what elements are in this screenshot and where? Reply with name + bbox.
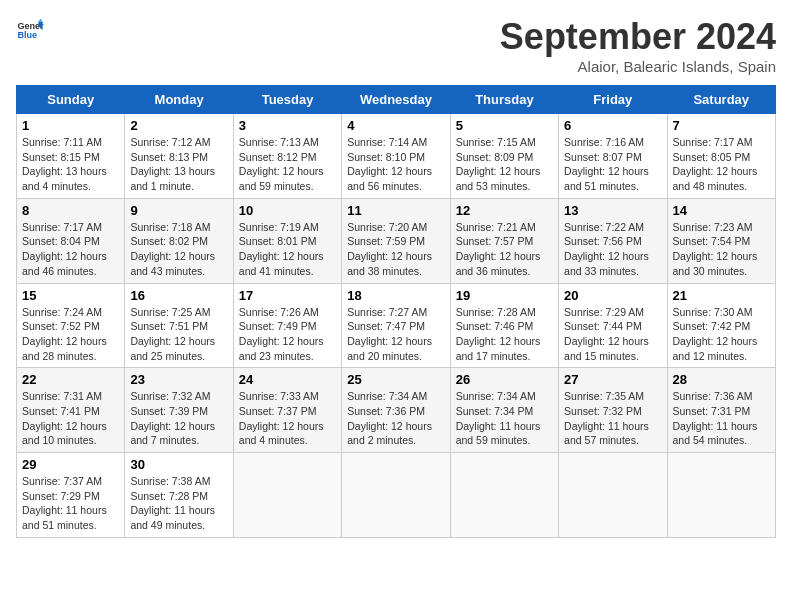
calendar-cell: 24Sunrise: 7:33 AMSunset: 7:37 PMDayligh… bbox=[233, 368, 341, 453]
day-info: Sunrise: 7:27 AMSunset: 7:47 PMDaylight:… bbox=[347, 305, 444, 364]
day-info: Sunrise: 7:16 AMSunset: 8:07 PMDaylight:… bbox=[564, 135, 661, 194]
day-number: 29 bbox=[22, 457, 119, 472]
calendar-cell: 16Sunrise: 7:25 AMSunset: 7:51 PMDayligh… bbox=[125, 283, 233, 368]
day-number: 17 bbox=[239, 288, 336, 303]
logo: General Blue bbox=[16, 16, 44, 44]
calendar-cell: 17Sunrise: 7:26 AMSunset: 7:49 PMDayligh… bbox=[233, 283, 341, 368]
month-title: September 2024 bbox=[500, 16, 776, 58]
day-info: Sunrise: 7:14 AMSunset: 8:10 PMDaylight:… bbox=[347, 135, 444, 194]
calendar-cell bbox=[450, 453, 558, 538]
day-info: Sunrise: 7:30 AMSunset: 7:42 PMDaylight:… bbox=[673, 305, 770, 364]
day-number: 23 bbox=[130, 372, 227, 387]
calendar-cell: 3Sunrise: 7:13 AMSunset: 8:12 PMDaylight… bbox=[233, 114, 341, 199]
calendar-week-4: 22Sunrise: 7:31 AMSunset: 7:41 PMDayligh… bbox=[17, 368, 776, 453]
calendar-cell bbox=[342, 453, 450, 538]
weekday-header-wednesday: Wednesday bbox=[342, 86, 450, 114]
day-number: 9 bbox=[130, 203, 227, 218]
day-info: Sunrise: 7:31 AMSunset: 7:41 PMDaylight:… bbox=[22, 389, 119, 448]
day-number: 1 bbox=[22, 118, 119, 133]
calendar-cell bbox=[559, 453, 667, 538]
calendar-cell: 14Sunrise: 7:23 AMSunset: 7:54 PMDayligh… bbox=[667, 198, 775, 283]
calendar-cell: 8Sunrise: 7:17 AMSunset: 8:04 PMDaylight… bbox=[17, 198, 125, 283]
calendar-cell: 15Sunrise: 7:24 AMSunset: 7:52 PMDayligh… bbox=[17, 283, 125, 368]
calendar-cell: 13Sunrise: 7:22 AMSunset: 7:56 PMDayligh… bbox=[559, 198, 667, 283]
day-number: 21 bbox=[673, 288, 770, 303]
day-info: Sunrise: 7:25 AMSunset: 7:51 PMDaylight:… bbox=[130, 305, 227, 364]
calendar-cell: 29Sunrise: 7:37 AMSunset: 7:29 PMDayligh… bbox=[17, 453, 125, 538]
day-info: Sunrise: 7:20 AMSunset: 7:59 PMDaylight:… bbox=[347, 220, 444, 279]
day-info: Sunrise: 7:35 AMSunset: 7:32 PMDaylight:… bbox=[564, 389, 661, 448]
weekday-header-tuesday: Tuesday bbox=[233, 86, 341, 114]
calendar-cell: 21Sunrise: 7:30 AMSunset: 7:42 PMDayligh… bbox=[667, 283, 775, 368]
calendar-cell: 18Sunrise: 7:27 AMSunset: 7:47 PMDayligh… bbox=[342, 283, 450, 368]
svg-text:Blue: Blue bbox=[17, 30, 37, 40]
calendar-cell bbox=[667, 453, 775, 538]
day-info: Sunrise: 7:22 AMSunset: 7:56 PMDaylight:… bbox=[564, 220, 661, 279]
calendar-cell: 30Sunrise: 7:38 AMSunset: 7:28 PMDayligh… bbox=[125, 453, 233, 538]
day-number: 14 bbox=[673, 203, 770, 218]
day-info: Sunrise: 7:19 AMSunset: 8:01 PMDaylight:… bbox=[239, 220, 336, 279]
calendar-week-3: 15Sunrise: 7:24 AMSunset: 7:52 PMDayligh… bbox=[17, 283, 776, 368]
day-number: 19 bbox=[456, 288, 553, 303]
day-info: Sunrise: 7:17 AMSunset: 8:04 PMDaylight:… bbox=[22, 220, 119, 279]
day-info: Sunrise: 7:21 AMSunset: 7:57 PMDaylight:… bbox=[456, 220, 553, 279]
day-info: Sunrise: 7:11 AMSunset: 8:15 PMDaylight:… bbox=[22, 135, 119, 194]
calendar-cell bbox=[233, 453, 341, 538]
day-info: Sunrise: 7:36 AMSunset: 7:31 PMDaylight:… bbox=[673, 389, 770, 448]
day-number: 26 bbox=[456, 372, 553, 387]
day-number: 4 bbox=[347, 118, 444, 133]
day-number: 27 bbox=[564, 372, 661, 387]
weekday-header-monday: Monday bbox=[125, 86, 233, 114]
calendar-cell: 19Sunrise: 7:28 AMSunset: 7:46 PMDayligh… bbox=[450, 283, 558, 368]
day-number: 22 bbox=[22, 372, 119, 387]
day-number: 15 bbox=[22, 288, 119, 303]
day-number: 12 bbox=[456, 203, 553, 218]
day-number: 16 bbox=[130, 288, 227, 303]
calendar-week-1: 1Sunrise: 7:11 AMSunset: 8:15 PMDaylight… bbox=[17, 114, 776, 199]
day-info: Sunrise: 7:29 AMSunset: 7:44 PMDaylight:… bbox=[564, 305, 661, 364]
day-info: Sunrise: 7:28 AMSunset: 7:46 PMDaylight:… bbox=[456, 305, 553, 364]
header: General Blue September 2024 Alaior, Bale… bbox=[16, 16, 776, 75]
day-number: 25 bbox=[347, 372, 444, 387]
calendar-cell: 20Sunrise: 7:29 AMSunset: 7:44 PMDayligh… bbox=[559, 283, 667, 368]
calendar-cell: 5Sunrise: 7:15 AMSunset: 8:09 PMDaylight… bbox=[450, 114, 558, 199]
day-number: 6 bbox=[564, 118, 661, 133]
calendar-table: SundayMondayTuesdayWednesdayThursdayFrid… bbox=[16, 85, 776, 538]
day-number: 5 bbox=[456, 118, 553, 133]
logo-icon: General Blue bbox=[16, 16, 44, 44]
day-number: 3 bbox=[239, 118, 336, 133]
day-info: Sunrise: 7:18 AMSunset: 8:02 PMDaylight:… bbox=[130, 220, 227, 279]
calendar-cell: 27Sunrise: 7:35 AMSunset: 7:32 PMDayligh… bbox=[559, 368, 667, 453]
calendar-cell: 23Sunrise: 7:32 AMSunset: 7:39 PMDayligh… bbox=[125, 368, 233, 453]
day-info: Sunrise: 7:17 AMSunset: 8:05 PMDaylight:… bbox=[673, 135, 770, 194]
weekday-header-thursday: Thursday bbox=[450, 86, 558, 114]
day-info: Sunrise: 7:38 AMSunset: 7:28 PMDaylight:… bbox=[130, 474, 227, 533]
day-info: Sunrise: 7:26 AMSunset: 7:49 PMDaylight:… bbox=[239, 305, 336, 364]
calendar-cell: 2Sunrise: 7:12 AMSunset: 8:13 PMDaylight… bbox=[125, 114, 233, 199]
day-number: 10 bbox=[239, 203, 336, 218]
day-number: 18 bbox=[347, 288, 444, 303]
calendar-cell: 11Sunrise: 7:20 AMSunset: 7:59 PMDayligh… bbox=[342, 198, 450, 283]
calendar-cell: 10Sunrise: 7:19 AMSunset: 8:01 PMDayligh… bbox=[233, 198, 341, 283]
calendar-cell: 1Sunrise: 7:11 AMSunset: 8:15 PMDaylight… bbox=[17, 114, 125, 199]
day-info: Sunrise: 7:32 AMSunset: 7:39 PMDaylight:… bbox=[130, 389, 227, 448]
day-number: 7 bbox=[673, 118, 770, 133]
day-info: Sunrise: 7:33 AMSunset: 7:37 PMDaylight:… bbox=[239, 389, 336, 448]
calendar-week-5: 29Sunrise: 7:37 AMSunset: 7:29 PMDayligh… bbox=[17, 453, 776, 538]
weekday-header-row: SundayMondayTuesdayWednesdayThursdayFrid… bbox=[17, 86, 776, 114]
calendar-week-2: 8Sunrise: 7:17 AMSunset: 8:04 PMDaylight… bbox=[17, 198, 776, 283]
day-number: 28 bbox=[673, 372, 770, 387]
weekday-header-friday: Friday bbox=[559, 86, 667, 114]
calendar-cell: 6Sunrise: 7:16 AMSunset: 8:07 PMDaylight… bbox=[559, 114, 667, 199]
day-number: 24 bbox=[239, 372, 336, 387]
title-area: September 2024 Alaior, Balearic Islands,… bbox=[500, 16, 776, 75]
calendar-cell: 26Sunrise: 7:34 AMSunset: 7:34 PMDayligh… bbox=[450, 368, 558, 453]
weekday-header-saturday: Saturday bbox=[667, 86, 775, 114]
day-info: Sunrise: 7:24 AMSunset: 7:52 PMDaylight:… bbox=[22, 305, 119, 364]
day-number: 20 bbox=[564, 288, 661, 303]
day-info: Sunrise: 7:37 AMSunset: 7:29 PMDaylight:… bbox=[22, 474, 119, 533]
day-info: Sunrise: 7:12 AMSunset: 8:13 PMDaylight:… bbox=[130, 135, 227, 194]
day-info: Sunrise: 7:34 AMSunset: 7:34 PMDaylight:… bbox=[456, 389, 553, 448]
day-number: 13 bbox=[564, 203, 661, 218]
calendar-cell: 12Sunrise: 7:21 AMSunset: 7:57 PMDayligh… bbox=[450, 198, 558, 283]
